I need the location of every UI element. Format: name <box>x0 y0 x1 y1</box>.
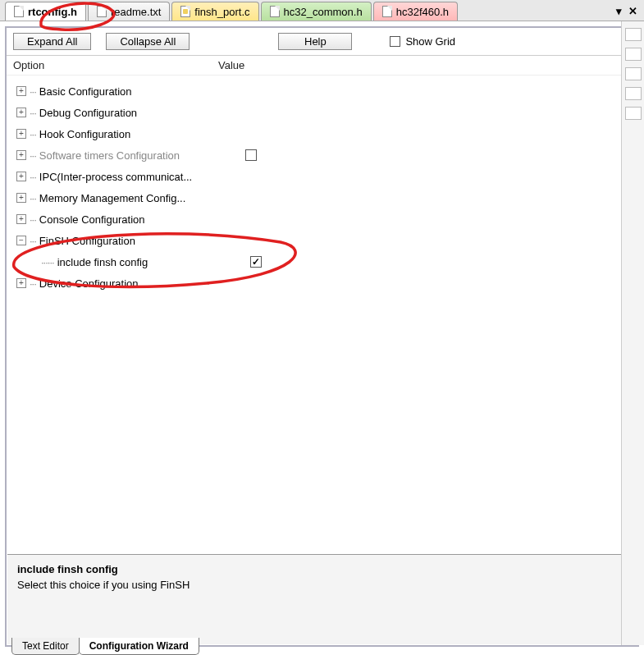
expand-all-button[interactable]: Expand All <box>13 33 91 50</box>
tab-label: rtconfig.h <box>28 6 77 18</box>
expander-icon[interactable]: + <box>16 172 26 181</box>
config-wizard-tab[interactable]: Configuration Wizard <box>79 638 199 655</box>
tree-label: Console Configuration <box>39 213 145 226</box>
show-grid-option[interactable]: Show Grid <box>390 35 455 48</box>
tree-connector: ··· <box>30 107 36 119</box>
tree-label: Debug Configuration <box>39 107 137 119</box>
tree-label: Memory Management Config... <box>39 192 185 204</box>
tab-label: readme.txt <box>111 6 161 18</box>
tree-item-device[interactable]: + ··· Device Configuration <box>16 273 634 294</box>
file-icon <box>14 6 24 17</box>
tab-label: hc32_common.h <box>284 6 363 18</box>
tab-rtconfig[interactable]: rtconfig.h <box>5 2 86 21</box>
tab-label: finsh_port.c <box>194 6 249 18</box>
tree-connector: ······ <box>41 256 54 268</box>
gutter-icon[interactable] <box>625 28 642 41</box>
expander-icon[interactable]: + <box>16 129 26 139</box>
file-icon <box>270 6 280 17</box>
include-finsh-checkbox[interactable] <box>250 256 262 268</box>
tree-label: Basic Configuration <box>39 85 132 98</box>
tab-hc32-common[interactable]: hc32_common.h <box>261 2 372 21</box>
expander-icon[interactable]: − <box>16 236 26 245</box>
tree-item-ipc[interactable]: + ··· IPC(Inter-process communicat... <box>16 166 634 187</box>
tree-connector: ··· <box>30 213 36 226</box>
tree-item-software-timers[interactable]: + ··· Software timers Configuration <box>16 144 634 166</box>
tree-label: Hook Configuration <box>39 128 130 140</box>
expander-icon[interactable]: + <box>16 108 26 117</box>
tree-label: Device Configuration <box>39 277 139 290</box>
tree-label: Software timers Configuration <box>39 149 180 162</box>
tree-connector: ··· <box>30 277 36 290</box>
show-grid-checkbox[interactable] <box>390 36 400 47</box>
tree-connector: ··· <box>30 85 36 98</box>
file-icon <box>97 6 107 17</box>
collapse-all-button[interactable]: Collapse All <box>106 33 190 50</box>
tree-connector: ··· <box>30 128 36 140</box>
tab-readme[interactable]: readme.txt <box>88 2 170 21</box>
file-icon <box>180 6 190 17</box>
header-value: Value <box>218 59 244 71</box>
tree-connector: ··· <box>30 235 36 247</box>
help-panel: include finsh config Select this choice … <box>7 554 637 644</box>
help-button[interactable]: Help <box>278 33 352 50</box>
tree-item-debug[interactable]: + ··· Debug Configuration <box>16 102 634 123</box>
config-tree: + ··· Basic Configuration + ··· Debug Co… <box>7 76 637 299</box>
tree-label: include finsh config <box>57 256 148 268</box>
tab-finsh-port[interactable]: finsh_port.c <box>171 2 258 21</box>
tab-hc32f460[interactable]: hc32f460.h <box>373 2 458 21</box>
view-tab-strip: Text Editor Configuration Wizard <box>11 638 199 655</box>
tree-item-finsh[interactable]: − ··· FinSH Configuration <box>16 230 634 251</box>
expander-icon[interactable]: + <box>16 150 26 160</box>
gutter-icon[interactable] <box>625 87 642 100</box>
empty-area <box>7 299 637 554</box>
tree-item-console[interactable]: + ··· Console Configuration <box>16 208 634 230</box>
tree-connector: ··· <box>30 171 36 183</box>
tab-controls: ▾ ✕ <box>616 2 644 21</box>
expander-icon[interactable]: + <box>16 86 26 96</box>
toolbar: Expand All Collapse All Help Show Grid <box>7 28 637 56</box>
file-tab-strip: rtconfig.h readme.txt finsh_port.c hc32_… <box>0 0 644 21</box>
tree-item-basic[interactable]: + ··· Basic Configuration <box>16 80 634 102</box>
help-description: Select this choice if you using FinSH <box>17 579 627 591</box>
right-gutter <box>621 21 644 645</box>
expander-icon[interactable]: + <box>16 214 26 224</box>
file-icon <box>382 6 392 17</box>
show-grid-label: Show Grid <box>405 35 455 48</box>
text-editor-tab[interactable]: Text Editor <box>11 638 80 655</box>
column-headers: Option Value <box>7 56 637 76</box>
tree-label: IPC(Inter-process communicat... <box>39 171 192 183</box>
expander-icon[interactable]: + <box>16 278 26 288</box>
gutter-icon[interactable] <box>625 107 642 120</box>
config-wizard-panel: Expand All Collapse All Help Show Grid O… <box>5 26 639 647</box>
gutter-icon[interactable] <box>625 48 642 61</box>
expander-icon[interactable]: + <box>16 193 26 203</box>
gutter-icon[interactable] <box>625 67 642 80</box>
tab-label: hc32f460.h <box>396 6 449 18</box>
help-title: include finsh config <box>17 563 627 575</box>
tree-label: FinSH Configuration <box>39 235 135 247</box>
tree-item-hook[interactable]: + ··· Hook Configuration <box>16 123 634 144</box>
tab-close-icon[interactable]: ✕ <box>628 5 637 17</box>
tab-dropdown-icon[interactable]: ▾ <box>616 5 622 17</box>
header-option: Option <box>13 59 218 71</box>
software-timers-checkbox[interactable] <box>245 149 257 161</box>
tree-connector: ··· <box>30 192 36 204</box>
tree-connector: ··· <box>30 149 36 162</box>
tree-item-include-finsh[interactable]: ······ include finsh config <box>16 251 634 273</box>
tree-item-memory[interactable]: + ··· Memory Management Config... <box>16 187 634 208</box>
